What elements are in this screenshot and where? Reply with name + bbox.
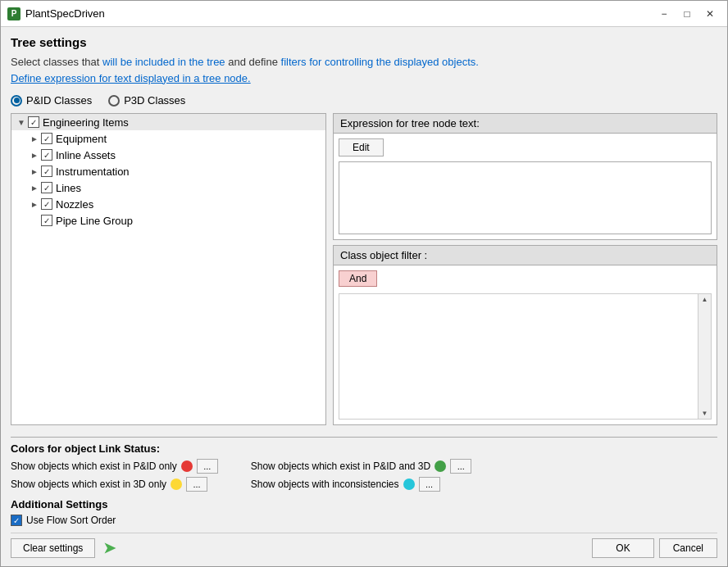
flow-sort-row: Use Flow Sort Order xyxy=(11,515,717,526)
lines-label: Lines xyxy=(56,182,81,194)
tree-root-node[interactable]: ▼ Engineering Items xyxy=(11,114,325,130)
pid-and-3d-color-btn[interactable]: ... xyxy=(450,459,471,474)
lines-expand-icon[interactable]: ► xyxy=(28,181,41,194)
tree-node-equipment[interactable]: ► Equipment xyxy=(11,130,325,147)
lines-checkbox[interactable] xyxy=(41,182,52,193)
expression-body: Edit xyxy=(334,134,717,239)
color-row-inconsistencies: Show objects with inconsistencies ... xyxy=(251,477,471,492)
radio-pid-label: P&ID Classes xyxy=(26,94,92,107)
inconsistencies-label: Show objects with inconsistencies xyxy=(251,479,399,490)
3d-only-label: Show objects which exist in 3D only xyxy=(11,479,166,490)
color-rows: Show objects which exist in P&ID only ..… xyxy=(11,459,717,492)
scrollbar[interactable]: ▲ ▼ xyxy=(698,294,711,419)
color-row-pid-and-3d: Show objects which exist in P&ID and 3D … xyxy=(251,459,471,474)
equipment-label: Equipment xyxy=(56,133,107,145)
pid-and-3d-dot xyxy=(435,460,446,472)
app-icon: P xyxy=(7,7,20,20)
radio-group: P&ID Classes P3D Classes xyxy=(11,94,717,107)
footer-right: OK Cancel xyxy=(592,538,717,558)
inline-label: Inline Assets xyxy=(56,149,116,161)
inline-expand-icon[interactable]: ► xyxy=(28,148,41,161)
main-content: Tree settings Select classes that will b… xyxy=(1,27,727,566)
scroll-up-icon[interactable]: ▲ xyxy=(702,296,708,303)
nozzles-expand-icon[interactable]: ► xyxy=(28,197,41,211)
tree-node-pipe-line-group[interactable]: ► Pipe Line Group xyxy=(11,212,325,229)
radio-p3d-classes[interactable]: P3D Classes xyxy=(108,94,185,107)
radio-p3d-circle xyxy=(108,95,120,107)
ok-button[interactable]: OK xyxy=(592,538,653,558)
nozzles-checkbox[interactable] xyxy=(41,198,52,210)
tree-node-nozzles[interactable]: ► Nozzles xyxy=(11,196,325,212)
titlebar: P PlantSpecDriven − □ ✕ xyxy=(1,1,727,27)
color-row-pid-only: Show objects which exist in P&ID only ..… xyxy=(11,459,218,474)
inconsistencies-dot xyxy=(403,479,415,490)
additional-title: Additional Settings xyxy=(11,498,717,510)
pipeline-label: Pipe Line Group xyxy=(56,215,133,227)
expression-panel: Expression for tree node text: Edit xyxy=(333,113,717,240)
main-window: P PlantSpecDriven − □ ✕ Tree settings Se… xyxy=(0,0,728,567)
colors-title: Colors for object Link Status: xyxy=(11,442,717,455)
additional-section: Additional Settings Use Flow Sort Order xyxy=(11,498,717,526)
arrow-icon: ➤ xyxy=(103,539,116,557)
inline-checkbox[interactable] xyxy=(41,149,52,161)
define-expression-link[interactable]: Define expression for text displayed in … xyxy=(11,72,251,84)
pipeline-checkbox[interactable] xyxy=(41,215,52,226)
desc-highlight1: will be included in the tree xyxy=(102,56,225,68)
color-col-right: Show objects which exist in P&ID and 3D … xyxy=(251,459,471,492)
tree-node-inline-assets[interactable]: ► Inline Assets xyxy=(11,147,325,163)
and-button[interactable]: And xyxy=(339,270,377,287)
expression-area[interactable] xyxy=(339,161,712,234)
expression-header: Expression for tree node text: xyxy=(334,114,717,134)
minimize-button[interactable]: − xyxy=(653,6,675,22)
nozzles-label: Nozzles xyxy=(56,198,93,211)
pid-only-dot xyxy=(181,460,193,472)
clear-settings-button[interactable]: Clear settings xyxy=(11,538,95,558)
tree-panel[interactable]: ▼ Engineering Items ► Equipment ► Inline… xyxy=(11,113,326,425)
pid-only-label: Show objects which exist in P&ID only xyxy=(11,460,177,472)
filter-panel: Class object filter : And ▲ ▼ xyxy=(333,245,717,425)
right-panel: Expression for tree node text: Edit Clas… xyxy=(333,113,717,425)
filter-body: And ▲ ▼ xyxy=(334,265,717,424)
footer: Clear settings ➤ OK Cancel xyxy=(11,533,717,560)
desc-highlight2: filters for controlling the displayed ob… xyxy=(281,56,479,68)
filter-header: Class object filter : xyxy=(334,246,717,265)
3d-only-color-btn[interactable]: ... xyxy=(186,477,207,492)
filter-scrollable[interactable]: ▲ ▼ xyxy=(339,293,712,420)
edit-button[interactable]: Edit xyxy=(339,138,384,156)
separator xyxy=(11,437,717,438)
instrumentation-label: Instrumentation xyxy=(56,166,130,178)
scroll-down-icon[interactable]: ▼ xyxy=(702,410,708,417)
window-title: PlantSpecDriven xyxy=(25,7,653,20)
pid-only-color-btn[interactable]: ... xyxy=(197,459,218,474)
colors-section: Colors for object Link Status: Show obje… xyxy=(11,442,717,492)
flow-sort-label: Use Flow Sort Order xyxy=(26,515,116,526)
close-button[interactable]: ✕ xyxy=(699,6,721,22)
page-description: Select classes that will be included in … xyxy=(11,54,717,86)
tree-node-instrumentation[interactable]: ► Instrumentation xyxy=(11,163,325,179)
window-controls: − □ ✕ xyxy=(653,6,721,22)
pid-and-3d-label: Show objects which exist in P&ID and 3D xyxy=(251,460,430,472)
radio-pid-circle xyxy=(11,95,22,107)
root-expand-icon[interactable]: ▼ xyxy=(15,116,28,129)
color-row-3d-only: Show objects which exist in 3D only ... xyxy=(11,477,218,492)
instrumentation-checkbox[interactable] xyxy=(41,166,52,177)
flow-sort-checkbox[interactable] xyxy=(11,515,22,526)
page-title: Tree settings xyxy=(11,35,717,49)
instrumentation-expand-icon[interactable]: ► xyxy=(28,165,41,178)
radio-p3d-label: P3D Classes xyxy=(124,94,185,107)
color-col-left: Show objects which exist in P&ID only ..… xyxy=(11,459,218,492)
cancel-button[interactable]: Cancel xyxy=(659,538,717,558)
main-panels: ▼ Engineering Items ► Equipment ► Inline… xyxy=(11,113,717,425)
3d-only-dot xyxy=(171,479,182,490)
tree-node-lines[interactable]: ► Lines xyxy=(11,179,325,196)
maximize-button[interactable]: □ xyxy=(676,6,698,22)
footer-left: Clear settings ➤ xyxy=(11,538,116,558)
bottom-section: Colors for object Link Status: Show obje… xyxy=(11,425,717,560)
equipment-expand-icon[interactable]: ► xyxy=(28,132,41,145)
inconsistencies-color-btn[interactable]: ... xyxy=(419,477,440,492)
root-checkbox[interactable] xyxy=(28,116,39,128)
root-label: Engineering Items xyxy=(43,116,129,129)
equipment-checkbox[interactable] xyxy=(41,133,52,144)
radio-pid-classes[interactable]: P&ID Classes xyxy=(11,94,92,107)
